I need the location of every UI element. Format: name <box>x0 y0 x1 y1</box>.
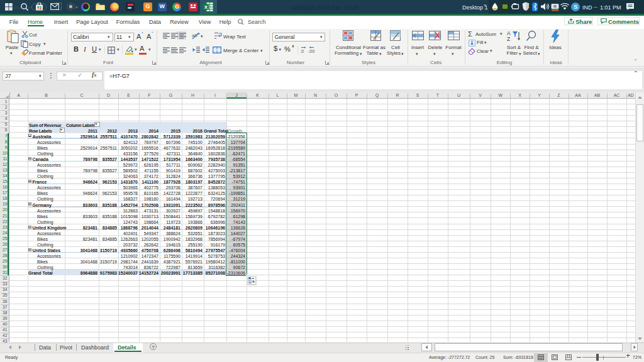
svg-text:.00: .00 <box>308 48 314 54</box>
svg-text:Z: Z <box>507 36 510 41</box>
svg-text:ab: ab <box>192 33 197 38</box>
svg-text:.0: .0 <box>300 48 304 54</box>
svg-text:X: X <box>204 4 208 10</box>
